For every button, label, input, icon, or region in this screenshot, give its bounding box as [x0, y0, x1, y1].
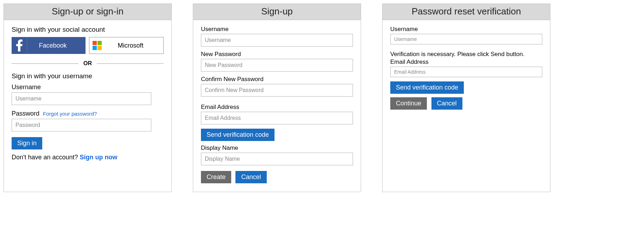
reset-email-label: Email Address — [390, 59, 542, 66]
signup-email-label: Email Address — [201, 104, 353, 111]
signin-panel: Sign-up or sign-in Sign in with your soc… — [4, 4, 172, 192]
svg-rect-1 — [97, 41, 102, 45]
signin-header: Sign-up or sign-in — [4, 4, 171, 20]
divider-text: OR — [78, 60, 97, 67]
signin-body: Sign in with your social account Faceboo… — [4, 20, 171, 167]
signin-password-label: Password — [12, 110, 39, 117]
signin-username-input[interactable] — [12, 92, 151, 105]
microsoft-icon — [89, 37, 105, 54]
reset-username-label: Username — [390, 26, 542, 33]
signup-display-label: Display Name — [201, 145, 353, 152]
reset-username-input[interactable] — [390, 34, 542, 44]
reset-cancel-button[interactable]: Cancel — [431, 97, 462, 110]
signup-panel: Sign-up Username New Password Confirm Ne… — [193, 4, 361, 192]
facebook-icon — [12, 37, 27, 54]
reset-info-text: Verification is necessary. Please click … — [390, 51, 542, 58]
reset-header: Password reset verification — [383, 4, 550, 20]
facebook-label: Facebook — [27, 42, 86, 49]
signup-now-link[interactable]: Sign up now — [80, 154, 118, 161]
signin-button[interactable]: Sign in — [12, 137, 42, 149]
signup-confirm-input[interactable] — [201, 84, 353, 97]
signup-username-label: Username — [201, 26, 353, 33]
signin-title: Sign-up or sign-in — [52, 6, 124, 17]
social-buttons: Facebook Microsoft — [12, 37, 164, 54]
reset-continue-button[interactable]: Continue — [390, 97, 427, 110]
or-divider: OR — [12, 60, 164, 67]
signup-create-button[interactable]: Create — [201, 171, 231, 183]
signup-send-code-button[interactable]: Send verification code — [201, 129, 274, 141]
svg-rect-2 — [93, 46, 97, 50]
signup-newpass-label: New Password — [201, 51, 353, 58]
signup-newpass-input[interactable] — [201, 59, 353, 72]
reset-panel: Password reset verification Username Ver… — [382, 4, 550, 192]
svg-rect-3 — [97, 46, 102, 50]
reset-title: Password reset verification — [412, 6, 521, 17]
signup-title: Sign-up — [261, 6, 293, 17]
no-account-prompt: Don't have an account? Sign up now — [12, 154, 164, 161]
signup-display-input[interactable] — [201, 153, 353, 165]
signup-header: Sign-up — [193, 4, 361, 20]
username-heading: Sign in with your username — [12, 72, 164, 80]
signup-email-input[interactable] — [201, 112, 353, 124]
signup-confirm-label: Confirm New Password — [201, 76, 353, 83]
divider-line-left — [12, 63, 78, 64]
facebook-button[interactable]: Facebook — [12, 37, 86, 54]
microsoft-label: Microsoft — [105, 42, 163, 49]
signup-cancel-button[interactable]: Cancel — [235, 171, 266, 183]
reset-body: Username Verification is necessary. Plea… — [383, 20, 550, 118]
signup-body: Username New Password Confirm New Passwo… — [193, 20, 361, 192]
social-heading: Sign in with your social account — [12, 26, 164, 33]
svg-rect-0 — [93, 41, 97, 45]
divider-line-right — [97, 63, 164, 64]
signin-password-input[interactable] — [12, 119, 151, 131]
reset-email-input[interactable] — [390, 67, 542, 77]
microsoft-button[interactable]: Microsoft — [89, 37, 164, 54]
no-account-text: Don't have an account? — [12, 154, 80, 161]
forgot-password-link[interactable]: Forgot your password? — [43, 111, 97, 117]
signin-username-label: Username — [12, 84, 164, 91]
reset-send-code-button[interactable]: Send verification code — [390, 81, 464, 94]
signup-username-input[interactable] — [201, 34, 353, 47]
